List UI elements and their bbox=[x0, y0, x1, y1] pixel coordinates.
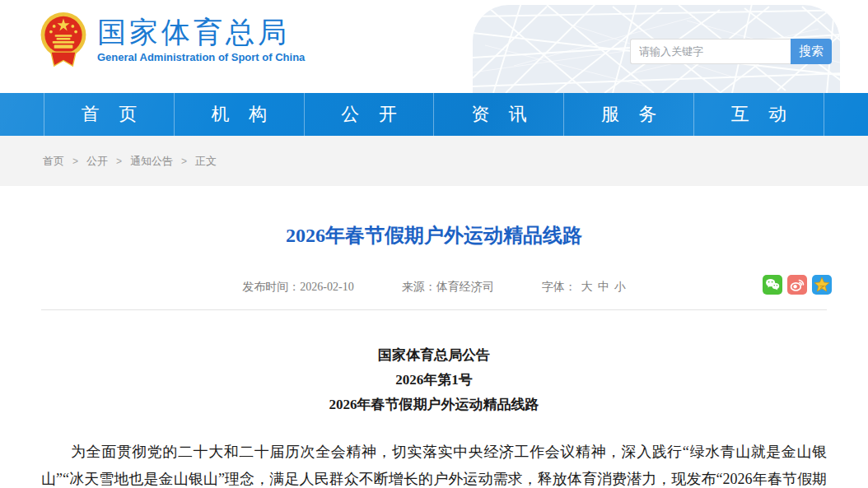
nav-item-disclosure[interactable]: 公 开 bbox=[304, 93, 434, 136]
breadcrumb-separator: > bbox=[116, 156, 122, 167]
body-headings: 国家体育总局公告 2026年第1号 2026年春节假期户外运动精品线路 bbox=[41, 343, 827, 417]
breadcrumb-disclosure[interactable]: 公开 bbox=[86, 154, 108, 169]
breadcrumb-band: 首页 > 公开 > 通知公告 > 正文 bbox=[0, 136, 868, 186]
font-size-medium[interactable]: 中 bbox=[598, 281, 609, 293]
breadcrumb-home[interactable]: 首页 bbox=[43, 154, 64, 169]
site-header: 国家体育总局 General Administration of Sport o… bbox=[0, 0, 868, 93]
main-nav: 首 页 机 构 公 开 资 讯 服 务 互 动 bbox=[0, 93, 868, 136]
breadcrumb-separator: > bbox=[181, 156, 187, 167]
font-size-large[interactable]: 大 bbox=[581, 281, 593, 293]
search-input[interactable] bbox=[630, 39, 791, 64]
nav-item-services[interactable]: 服 务 bbox=[563, 93, 693, 136]
nav-item-news[interactable]: 资 讯 bbox=[433, 93, 563, 136]
qzone-share-icon[interactable] bbox=[812, 275, 832, 295]
weibo-share-icon[interactable] bbox=[787, 275, 807, 295]
site-logo[interactable]: 国家体育总局 General Administration of Sport o… bbox=[40, 12, 305, 67]
source-label: 来源： bbox=[402, 281, 436, 293]
national-emblem-icon bbox=[40, 12, 87, 67]
search-button[interactable]: 搜索 bbox=[791, 39, 832, 64]
nav-item-home[interactable]: 首 页 bbox=[44, 93, 174, 136]
announcement-subject: 2026年春节假期户外运动精品线路 bbox=[41, 393, 827, 417]
publish-date-label: 发布时间： bbox=[242, 281, 300, 293]
breadcrumb-separator: > bbox=[72, 156, 78, 167]
breadcrumb: 首页 > 公开 > 通知公告 > 正文 bbox=[0, 154, 217, 169]
source-value: 体育经济司 bbox=[436, 281, 494, 293]
site-name-en: General Administration of Sport of China bbox=[97, 51, 305, 63]
nav-item-interaction[interactable]: 互 动 bbox=[693, 93, 824, 136]
font-size-small[interactable]: 小 bbox=[614, 281, 626, 293]
article-meta: 发布时间：2026-02-10 来源：体育经济司 字体：大中小 bbox=[41, 277, 827, 298]
share-icons bbox=[763, 275, 832, 295]
breadcrumb-current: 正文 bbox=[195, 154, 217, 169]
search-box: 搜索 bbox=[630, 39, 832, 64]
article: 2026年春节假期户外运动精品线路 发布时间：2026-02-10 来源：体育经… bbox=[0, 222, 868, 488]
wechat-share-icon[interactable] bbox=[763, 275, 782, 295]
meta-divider bbox=[41, 309, 827, 310]
nav-item-agencies[interactable]: 机 构 bbox=[174, 93, 304, 136]
page: 国家体育总局 General Administration of Sport o… bbox=[0, 0, 868, 488]
publish-date-value: 2026-02-10 bbox=[300, 281, 353, 293]
article-paragraph: 为全面贯彻党的二十大和二十届历次全会精神，切实落实中央经济工作会议精神，深入践行… bbox=[41, 439, 827, 488]
breadcrumb-notices[interactable]: 通知公告 bbox=[130, 154, 173, 169]
site-name-zh: 国家体育总局 bbox=[97, 16, 305, 49]
publish-date: 发布时间：2026-02-10 bbox=[242, 280, 353, 295]
article-source: 来源：体育经济司 bbox=[402, 280, 494, 295]
page-title: 2026年春节假期户外运动精品线路 bbox=[41, 222, 827, 249]
announcement-number: 2026年第1号 bbox=[41, 368, 827, 393]
logo-text: 国家体育总局 General Administration of Sport o… bbox=[97, 16, 305, 63]
announcement-title: 国家体育总局公告 bbox=[41, 343, 827, 368]
font-size-control: 字体：大中小 bbox=[542, 280, 626, 295]
font-size-label: 字体： bbox=[542, 281, 576, 293]
